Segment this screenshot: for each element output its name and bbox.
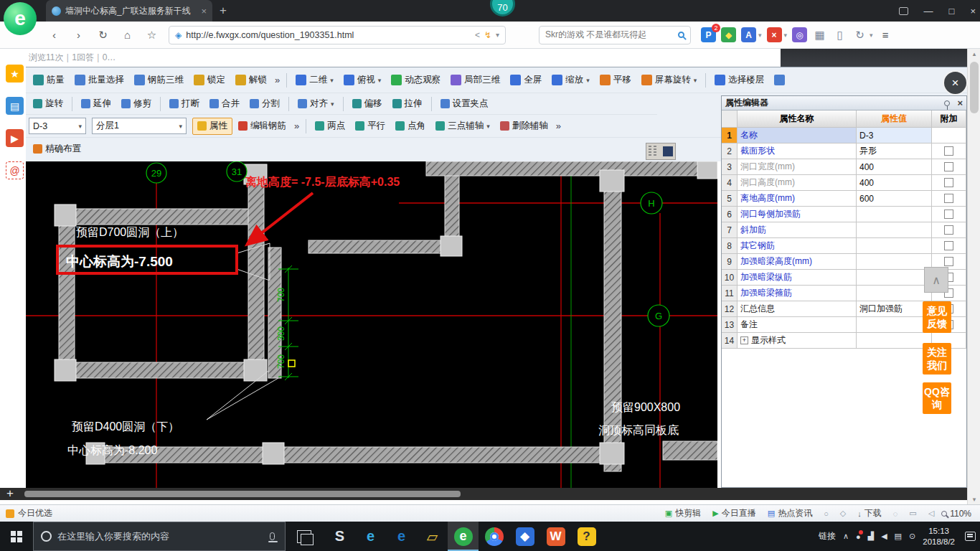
volume-icon[interactable]: ◀ — [881, 532, 887, 541]
2d-view-button[interactable]: 二维▾ — [291, 70, 338, 90]
top-view-button[interactable]: 俯视▾ — [339, 70, 386, 90]
property-name-cell[interactable]: 斜加筋 — [738, 222, 857, 238]
trim-button[interactable]: 修剪 — [117, 95, 156, 113]
toolbar-overflow-button[interactable]: » — [292, 121, 301, 131]
extend-button[interactable]: 延伸 — [77, 95, 116, 113]
expand-icon[interactable]: + — [740, 336, 748, 344]
lock-button[interactable]: 锁定 — [189, 70, 230, 90]
menu-icon[interactable]: ≡ — [878, 27, 893, 42]
screen-rotate-button[interactable]: 屏幕旋转▾ — [637, 70, 702, 90]
property-value-cell[interactable]: 400 — [857, 175, 932, 191]
property-button[interactable]: 属性 — [192, 118, 232, 135]
search-hotword-text[interactable]: Skr的游戏 不是谁都玩得起 — [545, 29, 678, 41]
set-grip-button[interactable]: 设置夹点 — [436, 95, 493, 113]
property-name-cell[interactable]: 截面形状 — [738, 143, 857, 159]
attach-checkbox[interactable] — [944, 257, 953, 266]
property-value-cell[interactable] — [857, 270, 932, 286]
property-name-cell[interactable]: 加强暗梁纵筋 — [738, 270, 857, 286]
panel-close-button[interactable]: × — [957, 98, 963, 108]
select-floor-button[interactable]: 选择楼层 — [710, 70, 768, 90]
session-restore-icon[interactable]: ↻ — [852, 27, 867, 42]
chevron-down-icon[interactable]: ▾ — [586, 77, 590, 84]
chevron-down-icon[interactable]: ▾ — [78, 123, 82, 130]
browser-search-box[interactable]: Skr的游戏 不是谁都玩得起 — [539, 26, 691, 44]
usb-icon[interactable]: ⊙ — [909, 532, 915, 541]
split-button[interactable]: 分割 — [245, 95, 284, 113]
attach-checkbox[interactable] — [944, 146, 953, 156]
address-dropdown-icon[interactable]: ▾ — [496, 31, 499, 39]
new-tab-button[interactable]: + — [220, 3, 227, 19]
property-value-cell[interactable]: 异形 — [857, 143, 932, 159]
chevron-down-icon[interactable]: ▾ — [694, 77, 697, 84]
today-picks-button[interactable]: 今日优选 — [6, 507, 52, 519]
offset-button[interactable]: 偏移 — [348, 95, 387, 113]
feedback-button[interactable]: 意见反馈 — [923, 301, 951, 333]
property-name-cell[interactable]: 加强暗梁箍筋 — [738, 286, 857, 301]
taskbar-clock[interactable]: 15:13 2018/8/2 — [923, 526, 955, 547]
attach-checkbox[interactable] — [944, 178, 953, 187]
ime-icon[interactable]: ▤ — [895, 532, 902, 541]
property-value-cell[interactable] — [857, 317, 932, 333]
break-button[interactable]: 打断 — [165, 95, 204, 113]
phone-icon[interactable]: ▯ — [832, 27, 847, 42]
cad-drawing-canvas[interactable]: 700 300 700 29 31 H G 离地高度= — [26, 161, 717, 488]
live-today-button[interactable]: ▶今日直播 — [712, 507, 755, 519]
hot-news-button[interactable]: ▤热点资讯 — [768, 507, 812, 519]
forward-button[interactable]: › — [69, 25, 88, 44]
window-close-button[interactable]: × — [970, 6, 976, 17]
rotate-button[interactable]: 旋转 — [29, 95, 67, 113]
tab-close-button[interactable]: × — [201, 6, 207, 17]
chevron-down-icon[interactable]: ▾ — [179, 123, 182, 130]
speed-mode-icon[interactable]: ↯ — [484, 30, 491, 40]
chevron-down-icon[interactable]: ▾ — [784, 32, 788, 39]
status-icon-1[interactable]: ○ — [824, 509, 829, 518]
delete-aux-axis-button[interactable]: 删除辅轴 — [496, 118, 552, 135]
network-icon[interactable]: ▟ — [868, 532, 874, 541]
refresh-button[interactable]: ↻ — [93, 25, 113, 44]
property-value-cell[interactable] — [857, 238, 932, 254]
bell-icon[interactable]: ● — [856, 532, 861, 541]
security-shield-plugin-icon[interactable]: ◆ — [721, 27, 736, 42]
back-to-top-button[interactable]: ∧ — [924, 267, 948, 293]
attach-checkbox[interactable] — [944, 241, 953, 250]
orbit-button[interactable]: 动态观察 — [387, 70, 445, 90]
address-bar[interactable]: ◈ http://e.fwxgx.com/question_1903351.ht… — [169, 26, 506, 44]
precise-layout-button[interactable]: 精确布置 — [29, 140, 85, 157]
file-explorer[interactable]: ▱ — [417, 522, 448, 551]
property-value-cell[interactable] — [857, 207, 932, 222]
pin-icon[interactable] — [944, 100, 950, 106]
merge-button[interactable]: 合并 — [205, 95, 244, 113]
task-view-button[interactable] — [297, 530, 311, 543]
browser-logo[interactable]: e — [4, 2, 37, 35]
chevron-down-icon[interactable]: ▾ — [378, 77, 382, 84]
360-browser[interactable]: e — [448, 522, 479, 551]
full-screen-button[interactable]: 全屏 — [506, 70, 546, 90]
property-name-cell[interactable]: 加强暗梁高度(mm) — [738, 254, 857, 270]
attach-checkbox[interactable] — [944, 162, 953, 171]
status-icon-5[interactable]: ◁ — [928, 509, 934, 518]
site-safety-icon[interactable]: ◈ — [175, 30, 182, 40]
two-point-button[interactable]: 两点 — [311, 118, 349, 135]
chrome-browser[interactable] — [479, 522, 509, 551]
property-name-cell[interactable]: 名称 — [738, 128, 857, 143]
property-name-cell[interactable]: 离地高度(mm) — [738, 191, 857, 207]
ie-browser[interactable]: e — [386, 522, 417, 551]
translate-plugin-icon[interactable]: A — [741, 27, 756, 42]
accelerator-plugin-icon[interactable]: P2 — [701, 27, 716, 42]
back-button[interactable]: ‹ — [44, 25, 64, 44]
status-icon-4[interactable]: ▭ — [909, 509, 916, 518]
rebar-3d-button[interactable]: 钢筋三维 — [130, 70, 188, 90]
property-name-cell[interactable]: 洞口高度(mm) — [738, 175, 857, 191]
steam-app[interactable]: S — [324, 522, 355, 551]
chevron-down-icon[interactable]: ▾ — [486, 123, 490, 130]
edit-rebar-button[interactable]: 编辑钢筋 — [234, 118, 291, 135]
start-button[interactable] — [0, 522, 33, 551]
canvas-horizontal-scrollbar[interactable] — [0, 488, 967, 500]
apps-grid-icon[interactable]: ▦ — [812, 27, 827, 42]
property-value-cell[interactable] — [857, 254, 932, 270]
property-value-cell[interactable] — [857, 286, 932, 301]
browser-tab[interactable]: 墙洞中心标高_广联达服务新干线 × — [46, 0, 212, 22]
toolbar-overflow-button[interactable]: » — [273, 75, 282, 85]
search-icon[interactable] — [678, 32, 684, 38]
property-name-cell[interactable]: 洞口每侧加强筋 — [738, 207, 857, 222]
